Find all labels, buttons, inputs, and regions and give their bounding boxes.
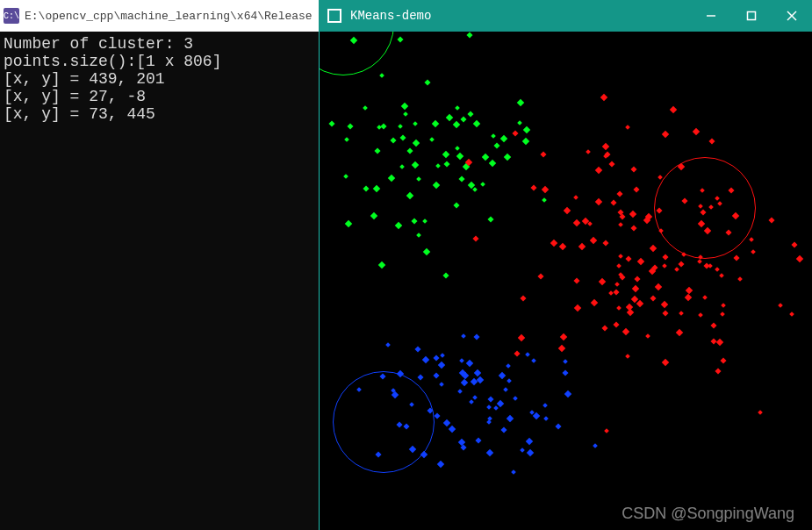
data-point: [715, 339, 722, 346]
data-point: [461, 333, 466, 339]
data-point: [573, 277, 579, 283]
data-point: [542, 197, 547, 203]
data-point: [634, 187, 640, 193]
data-point: [433, 372, 439, 378]
data-point: [662, 263, 667, 269]
data-point: [518, 334, 525, 341]
data-point: [423, 248, 430, 255]
console-line: [x, y] = 439, 201: [4, 70, 315, 88]
data-point: [378, 261, 385, 269]
demo-window: KMeans-demo CSDN @SongpingWang: [319, 0, 812, 530]
data-point: [693, 127, 700, 134]
data-point: [602, 240, 608, 246]
data-point: [543, 417, 549, 422]
data-point: [674, 267, 679, 272]
data-point: [499, 372, 506, 379]
data-point: [564, 359, 569, 364]
data-point: [473, 236, 479, 242]
data-point: [422, 356, 429, 363]
data-point: [493, 405, 499, 411]
data-point: [796, 255, 803, 262]
data-point: [720, 358, 726, 364]
data-point: [486, 405, 492, 411]
data-point: [395, 222, 402, 229]
data-point: [429, 137, 435, 142]
data-point: [559, 333, 566, 340]
data-point: [448, 425, 455, 432]
data-point: [380, 124, 386, 130]
console-line: points.size():[1 x 806]: [4, 53, 315, 70]
data-point: [399, 165, 405, 170]
data-point: [625, 125, 630, 130]
data-point: [563, 370, 569, 376]
data-point: [533, 412, 540, 419]
data-point: [412, 218, 418, 225]
data-point: [531, 358, 536, 363]
data-point: [455, 105, 460, 111]
kmeans-canvas[interactable]: CSDN @SongpingWang: [319, 32, 812, 530]
data-point: [792, 241, 798, 247]
data-point: [436, 461, 443, 468]
data-point: [629, 211, 636, 218]
demo-title-text: KMeans-demo: [350, 9, 691, 23]
data-point: [720, 312, 725, 318]
data-point: [445, 114, 452, 121]
data-point: [474, 333, 480, 340]
data-point: [602, 325, 608, 331]
data-point: [390, 138, 396, 144]
data-point: [501, 427, 507, 433]
data-point: [686, 287, 693, 294]
data-point: [769, 217, 775, 223]
data-point: [482, 154, 489, 161]
data-point: [469, 399, 474, 405]
data-point: [506, 363, 511, 369]
data-point: [591, 299, 598, 306]
console-output[interactable]: Number of cluster: 3 points.size():[1 x …: [0, 32, 319, 530]
data-point: [517, 99, 524, 106]
data-point: [442, 151, 449, 158]
data-point: [476, 376, 483, 383]
data-point: [675, 328, 682, 335]
data-point: [514, 351, 520, 357]
data-point: [678, 261, 684, 268]
data-point: [344, 220, 351, 227]
data-point: [413, 140, 420, 147]
data-point: [476, 437, 482, 443]
data-point: [525, 437, 532, 444]
data-point: [632, 284, 639, 291]
data-point: [444, 161, 450, 167]
maximize-button[interactable]: [731, 0, 772, 32]
data-point: [443, 272, 449, 278]
data-point: [618, 222, 623, 227]
minimize-button[interactable]: [691, 0, 731, 32]
data-point: [492, 133, 497, 139]
data-point: [398, 124, 403, 129]
svg-rect-1: [748, 12, 756, 20]
console-titlebar[interactable]: C:\ E:\opencv_cpp\machine_learning\x64\R…: [0, 0, 319, 32]
data-point: [486, 448, 493, 455]
data-point: [574, 304, 581, 312]
data-point: [412, 161, 419, 168]
data-point: [417, 233, 422, 238]
data-point: [461, 117, 467, 123]
data-point: [522, 125, 529, 132]
close-button[interactable]: [772, 0, 812, 32]
data-point: [550, 240, 557, 247]
data-point: [504, 154, 511, 161]
data-point: [662, 359, 669, 366]
data-point: [433, 182, 440, 189]
data-point: [634, 276, 640, 283]
data-point: [573, 218, 580, 226]
data-point: [481, 182, 486, 187]
data-point: [661, 300, 668, 307]
data-point: [661, 131, 668, 138]
data-point: [399, 135, 406, 141]
data-point: [363, 105, 368, 111]
data-point: [520, 296, 526, 302]
data-point: [604, 428, 609, 433]
data-point: [530, 184, 536, 190]
data-point: [637, 258, 644, 265]
data-point: [720, 273, 725, 278]
demo-titlebar[interactable]: KMeans-demo: [319, 0, 812, 32]
data-point: [559, 243, 566, 250]
